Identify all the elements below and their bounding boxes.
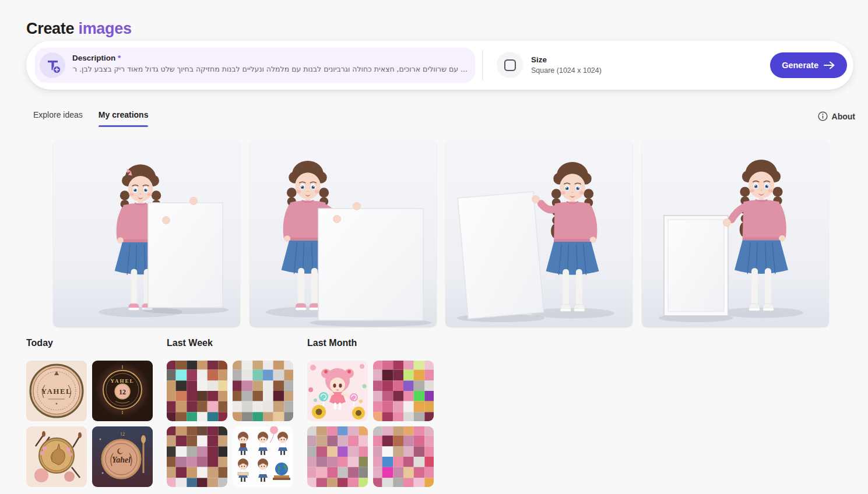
- section-heading: Today: [26, 338, 153, 361]
- creation-thumbnail-medallion-pink[interactable]: YAHEL: [26, 361, 87, 421]
- thumbnail-grid-last-week: [167, 361, 293, 487]
- info-icon: [818, 111, 828, 121]
- square-icon: [497, 52, 523, 78]
- creation-thumbnail-mosaic[interactable]: [307, 426, 368, 487]
- mosaic-thumbnail-pixels: [307, 426, 368, 487]
- mosaic-thumbnail-pixels: [167, 426, 227, 487]
- svg-text:Yahel: Yahel: [112, 456, 131, 464]
- mosaic-thumbnail-pixels: [373, 361, 434, 421]
- description-input-value[interactable]: ... עם שרוולים ארוכים, חצאית כחולה וגרבי…: [72, 65, 468, 73]
- size-selector[interactable]: Size Square (1024 x 1024): [497, 52, 602, 78]
- history-section-today: Today YAHEL YAHEL 12 12 Yahel: [26, 338, 153, 487]
- text-add-icon: [40, 52, 65, 78]
- creation-thumbnail-chibi-set[interactable]: [233, 426, 293, 487]
- creation-thumbnail-mosaic[interactable]: [373, 361, 434, 421]
- history-section-last-month: Last Month: [307, 338, 434, 487]
- about-button[interactable]: About: [818, 111, 855, 121]
- tab-explore-ideas[interactable]: Explore ideas: [33, 110, 83, 127]
- mosaic-thumbnail-pixels: [167, 361, 227, 421]
- creation-thumbnail-mosaic[interactable]: [373, 426, 434, 487]
- about-label: About: [832, 112, 855, 121]
- prompt-bar: Description * ... עם שרוולים ארוכים, חצא…: [26, 41, 853, 90]
- tab-my-creations[interactable]: My creations: [99, 110, 149, 127]
- page-title: Create images: [26, 20, 132, 38]
- required-marker: *: [118, 54, 121, 62]
- description-field[interactable]: Description * ... עם שרוולים ארוכים, חצא…: [35, 48, 475, 83]
- thumbnail-grid-today: YAHEL YAHEL 12 12 Yahel: [26, 361, 153, 487]
- tabs: Explore ideas My creations: [33, 110, 148, 127]
- generate-button-label: Generate: [782, 61, 818, 70]
- svg-text:12: 12: [119, 388, 126, 396]
- description-label: Description *: [72, 54, 470, 62]
- generated-image-card[interactable]: [249, 141, 437, 327]
- generated-image-card[interactable]: [53, 141, 240, 327]
- creation-thumbnail-mosaic[interactable]: [167, 361, 227, 421]
- size-value: Square (1024 x 1024): [531, 66, 602, 75]
- prompt-bar-divider: [482, 50, 483, 80]
- creation-thumbnail-chibi-girl[interactable]: [307, 361, 368, 421]
- create-images-page: { "page": { "title_prefix": "Create ", "…: [0, 0, 868, 494]
- thumbnail-grid-last-month: [307, 361, 434, 487]
- creation-thumbnail-medallion-unicorn[interactable]: [26, 426, 87, 487]
- mosaic-thumbnail-pixels: [373, 426, 434, 487]
- size-label: Size: [531, 55, 602, 64]
- creation-thumbnail-medallion-dark[interactable]: YAHEL 12: [92, 361, 153, 421]
- generated-image-card[interactable]: [642, 141, 829, 327]
- page-title-accent: images: [78, 20, 131, 37]
- svg-text:YAHEL: YAHEL: [41, 387, 72, 396]
- creation-thumbnail-mosaic[interactable]: [167, 426, 227, 487]
- generated-images-gallery: [53, 141, 829, 327]
- arrow-right-icon: [824, 61, 835, 69]
- section-heading: Last Month: [307, 338, 434, 361]
- section-heading: Last Week: [167, 338, 293, 361]
- svg-text:12: 12: [120, 432, 125, 437]
- creation-thumbnail-mosaic[interactable]: [233, 361, 293, 421]
- svg-text:YAHEL: YAHEL: [110, 378, 134, 384]
- generated-image-card[interactable]: [445, 141, 632, 327]
- mosaic-thumbnail-pixels: [233, 361, 293, 421]
- history-section-last-week: Last Week: [167, 338, 293, 487]
- creation-thumbnail-medallion-clock[interactable]: 12 Yahel: [92, 426, 153, 487]
- generate-button[interactable]: Generate: [770, 52, 847, 78]
